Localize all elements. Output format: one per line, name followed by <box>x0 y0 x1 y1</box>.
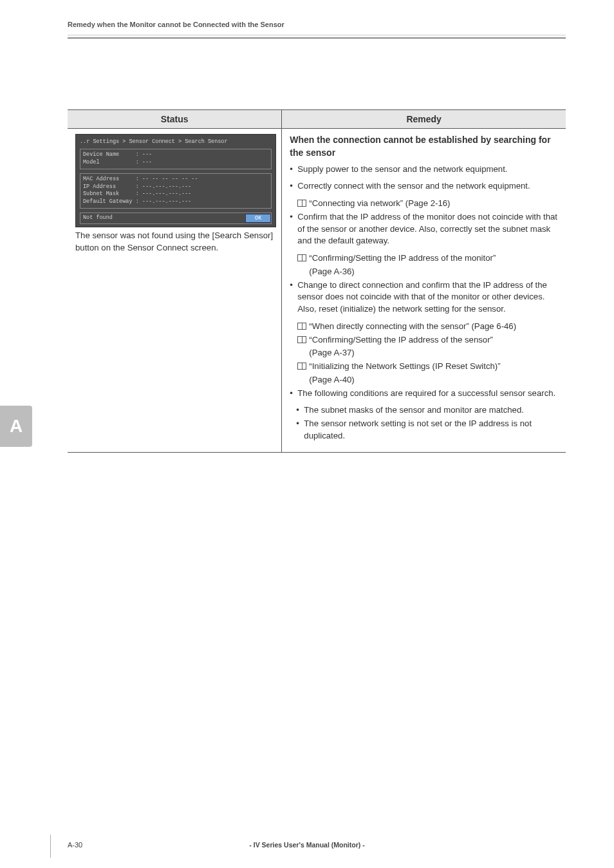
cross-reference: “Confirming/Setting the IP address of th… <box>290 334 559 346</box>
ref-text: “Connecting via network” (Page 2-16) <box>309 198 450 210</box>
status-cell: ..r Settings > Sensor Connect > Search S… <box>68 129 282 453</box>
screenshot-titlebar: ..r Settings > Sensor Connect > Search S… <box>80 137 272 149</box>
running-header: Remedy when the Monitor cannot be Connec… <box>68 21 566 33</box>
screenshot-panel-top: Device Name : --- Model : --- <box>80 149 272 169</box>
ref-page: (Page A-36) <box>290 266 559 278</box>
ip-value: : ---.---.---.--- <box>136 184 192 190</box>
remedy-bullet: Correctly connect with the sensor and th… <box>290 180 559 193</box>
mac-label: MAC Address <box>83 176 119 182</box>
book-icon <box>297 323 306 330</box>
book-icon <box>297 336 306 343</box>
device-name-value: : --- <box>136 151 153 158</box>
search-sensor-screenshot: ..r Settings > Sensor Connect > Search S… <box>75 134 276 227</box>
remedy-bullet: Confirm that the IP address of the monit… <box>290 211 559 247</box>
remedy-cell: When the connection cannot be establishe… <box>282 129 566 453</box>
table-row: ..r Settings > Sensor Connect > Search S… <box>68 129 566 453</box>
page-header: Remedy when the Monitor cannot be Connec… <box>0 0 614 39</box>
footer-title: - IV Series User's Manual (Monitor) - <box>0 841 614 849</box>
page-number: A-30 <box>68 841 82 849</box>
ref-text: “Initializing the Network Settings (IP R… <box>309 361 500 373</box>
remedy-subbullet: The subnet masks of the sensor and monit… <box>290 404 559 417</box>
book-icon <box>297 254 306 261</box>
column-header-status: Status <box>68 110 282 129</box>
device-name-label: Device Name <box>83 151 119 158</box>
cross-reference: “When directly connecting with the senso… <box>290 321 559 333</box>
ref-text: “Confirming/Setting the IP address of th… <box>309 252 496 265</box>
header-rule <box>68 35 566 35</box>
statusbar-text: Not found <box>80 213 115 223</box>
remedy-bullet: The following conditions are required fo… <box>290 388 559 400</box>
screenshot-panel-bottom: MAC Address : -- -- -- -- -- -- IP Addre… <box>80 173 272 209</box>
cross-reference: “Initializing the Network Settings (IP R… <box>290 361 559 373</box>
gateway-label: Default Gateway <box>83 198 133 205</box>
model-label: Model <box>83 159 100 165</box>
status-caption: The sensor was not found using the [Sear… <box>75 230 276 254</box>
remedy-title: When the connection cannot be establishe… <box>290 134 559 160</box>
book-icon <box>297 363 306 370</box>
book-icon <box>297 200 306 207</box>
page-footer: A-30 - IV Series User's Manual (Monitor)… <box>0 841 614 849</box>
ok-button[interactable]: OK <box>245 214 271 223</box>
remedy-bullet: Supply power to the sensor and the netwo… <box>290 164 559 176</box>
mac-value: : -- -- -- -- -- -- <box>136 176 198 182</box>
subnet-value: : ---.---.---.--- <box>136 191 192 197</box>
remedy-subbullet: The sensor network setting is not set or… <box>290 418 559 442</box>
ref-text: “When directly connecting with the senso… <box>309 321 516 333</box>
subnet-label: Subnet Mask <box>83 191 119 197</box>
ref-text: “Confirming/Setting the IP address of th… <box>309 334 493 346</box>
screenshot-statusbar: Not found OK <box>80 212 272 224</box>
cross-reference: “Confirming/Setting the IP address of th… <box>290 252 559 265</box>
ref-page: (Page A-40) <box>290 374 559 386</box>
gateway-value: : ---.---.---.--- <box>136 198 192 205</box>
column-header-remedy: Remedy <box>282 110 566 129</box>
footer-rule <box>50 835 51 858</box>
remedy-bullet: Change to direct connection and confirm … <box>290 279 559 316</box>
status-remedy-table: Status Remedy ..r Settings > Sensor Conn… <box>68 109 566 453</box>
ref-page: (Page A-37) <box>290 347 559 359</box>
model-value: : --- <box>136 159 153 165</box>
side-tab-appendix: A <box>0 406 32 447</box>
ip-label: IP Address <box>83 184 116 190</box>
cross-reference: “Connecting via network” (Page 2-16) <box>290 198 559 210</box>
